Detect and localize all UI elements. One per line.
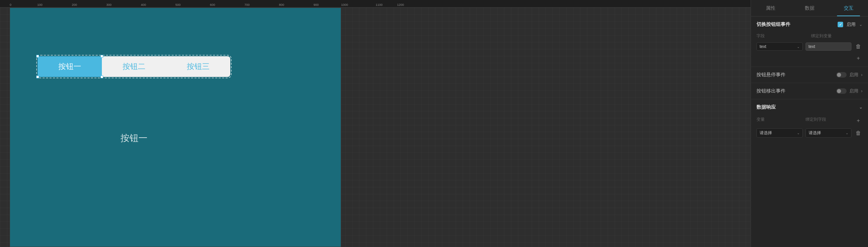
tab-data-label: 数据 (805, 5, 814, 11)
ruler-mark-200: 200 (72, 3, 77, 7)
ruler-mark-600: 600 (210, 3, 215, 7)
bind-field-col-label: 绑定到字段 (806, 117, 852, 125)
hover-enable-label: 启用 (849, 72, 858, 78)
hover-chevron-right[interactable]: › (861, 72, 862, 77)
data-response-header: 数据响应 ⌄ (756, 104, 862, 110)
hover-toggle-switch[interactable] (836, 72, 847, 78)
mouseout-toggle-knob (837, 89, 841, 93)
variable-placeholder: 请选择 (760, 130, 772, 136)
enable-checkbox[interactable] (838, 22, 843, 27)
canvas-text-display: 按钮一 (120, 132, 147, 144)
variable-input[interactable]: text (806, 42, 852, 51)
button-tab-active[interactable]: 按钮一 (38, 56, 102, 77)
section-hover-event: 按钮悬停事件 启用 › (751, 68, 868, 81)
mouseout-enable-label: 启用 (849, 88, 858, 94)
variable-header-row: 变量 绑定到字段 + (751, 115, 868, 126)
button-tab-active-label: 按钮一 (58, 61, 81, 72)
field-select-chevron: ⌄ (797, 45, 800, 49)
ruler-mark-100: 100 (37, 3, 42, 7)
field-select-dropdown[interactable]: text ⌄ (756, 42, 803, 51)
bind-field-placeholder: 请选择 (809, 130, 821, 136)
ruler-mark-0: 0 (10, 3, 11, 7)
add-field-row: + (751, 53, 868, 65)
variable-select-row: 请选择 ⌄ 请选择 ⌄ 🗑 (751, 126, 868, 140)
button-group-widget[interactable]: 按钮一 按钮二 按钮三 (38, 56, 230, 77)
canvas-viewport: 按钮一 按钮二 按钮三 (0, 8, 751, 247)
variable-input-value: text (809, 44, 815, 49)
ruler-marks: 0 100 200 300 400 500 600 700 800 900 10… (0, 0, 751, 7)
handle-top-right[interactable] (100, 55, 103, 58)
right-panel: 属性 数据 交互 切换按钮组事件 启用 ⌄ 字段 绑定到变量 text (751, 0, 868, 247)
ruler-mark-500: 500 (175, 3, 181, 7)
hover-toggle-knob (837, 73, 841, 77)
mouseout-toggle-switch[interactable] (836, 88, 847, 94)
mouseout-chevron-right[interactable]: › (861, 89, 862, 93)
delete-field-button[interactable]: 🗑 (854, 42, 862, 51)
divider-1 (751, 67, 868, 67)
ruler-mark-1000: 1000 (341, 3, 348, 7)
canvas-area: 0 100 200 300 400 500 600 700 800 900 10… (0, 0, 751, 247)
divider-2 (751, 83, 868, 83)
section-switch-title: 切换按钮组事件 (756, 21, 790, 28)
enable-label: 启用 (847, 21, 856, 28)
section-data-response: 数据响应 ⌄ (751, 101, 868, 115)
bind-field-select-dropdown[interactable]: 请选择 ⌄ (806, 128, 852, 138)
canvas-text-value: 按钮一 (120, 133, 147, 143)
field-value-row: text ⌄ text 🗑 (751, 40, 868, 53)
variable-chevron: ⌄ (797, 131, 800, 135)
field-select-value: text (760, 44, 766, 49)
mouseout-event-controls: 启用 › (836, 88, 862, 94)
ruler-mark-400: 400 (141, 3, 146, 7)
field-col-label: 字段 (756, 33, 808, 39)
tab-properties-label: 属性 (766, 5, 775, 11)
ruler-mark-700: 700 (244, 3, 250, 7)
button-tab-2[interactable]: 按钮二 (102, 56, 166, 77)
divider-3 (751, 99, 868, 99)
button-tab-2-label: 按钮二 (123, 61, 145, 72)
tab-interaction[interactable]: 交互 (829, 0, 868, 16)
section-switch-event: 切换按钮组事件 启用 ⌄ (751, 17, 868, 32)
tab-properties[interactable]: 属性 (751, 0, 790, 16)
button-group-wrapper: 按钮一 按钮二 按钮三 (38, 56, 230, 77)
panel-content: 切换按钮组事件 启用 ⌄ 字段 绑定到变量 text ⌄ text 🗑 (751, 17, 868, 247)
button-tab-3-label: 按钮三 (187, 61, 210, 72)
section-switch-controls: 启用 ⌄ (838, 21, 862, 28)
ruler-mark-1100: 1100 (376, 3, 383, 7)
variable-select-dropdown[interactable]: 请选择 ⌄ (756, 128, 803, 138)
panel-tabs: 属性 数据 交互 (751, 0, 868, 17)
hover-event-title: 按钮悬停事件 (756, 72, 785, 78)
tab-data[interactable]: 数据 (790, 0, 829, 16)
field-header-row: 字段 绑定到变量 (751, 32, 868, 40)
ruler-top: 0 100 200 300 400 500 600 700 800 900 10… (0, 0, 751, 8)
add-field-button[interactable]: + (854, 54, 862, 62)
handle-top-left[interactable] (36, 55, 39, 58)
data-response-chevron[interactable]: ⌄ (859, 105, 862, 110)
add-variable-button[interactable]: + (854, 117, 862, 125)
ruler-mark-300: 300 (106, 3, 112, 7)
section-mouseout-event: 按钮移出事件 启用 › (751, 85, 868, 98)
delete-variable-button[interactable]: 🗑 (854, 129, 862, 137)
mouseout-event-title: 按钮移出事件 (756, 88, 785, 94)
hover-event-controls: 启用 › (836, 72, 862, 78)
ruler-mark-1200: 1200 (397, 3, 404, 7)
ruler-mark-800: 800 (279, 3, 284, 7)
bind-field-chevron: ⌄ (846, 131, 848, 135)
canvas-board: 按钮一 按钮二 按钮三 (10, 8, 341, 247)
variable-col-label: 变量 (756, 117, 803, 125)
handle-bottom-left[interactable] (36, 76, 39, 78)
data-response-title: 数据响应 (756, 104, 776, 110)
button-tab-3[interactable]: 按钮三 (166, 56, 230, 77)
section-chevron-down[interactable]: ⌄ (859, 22, 862, 27)
handle-bottom-right[interactable] (100, 76, 103, 78)
bind-variable-col-label: 绑定到变量 (811, 33, 863, 39)
ruler-mark-900: 900 (314, 3, 319, 7)
tab-interaction-label: 交互 (844, 5, 853, 11)
